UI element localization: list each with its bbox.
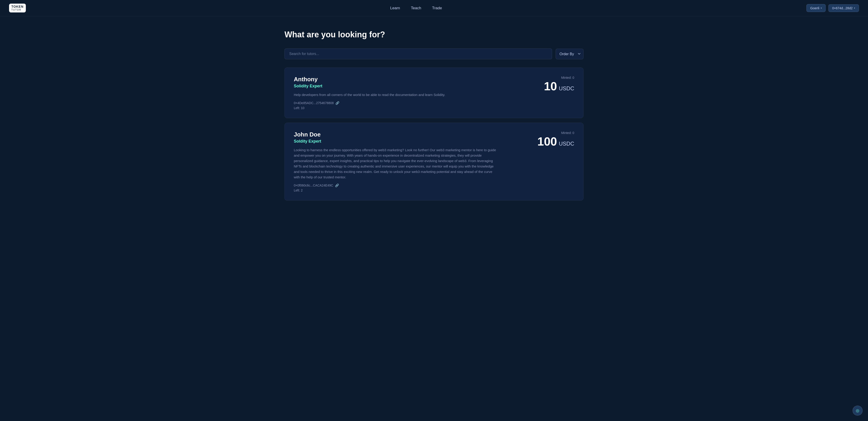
- price-container: 10 USDC: [538, 80, 574, 92]
- price-container: 100 USDC: [537, 136, 574, 148]
- nav-link-learn[interactable]: Learn: [390, 6, 400, 10]
- tutor-card: John Doe Soldity Expert Looking to harne…: [284, 123, 584, 200]
- card-right: Minted: 0 100 USDC: [528, 131, 574, 148]
- card-left: Anthony Solidity Expert Help developers …: [294, 76, 529, 110]
- circle-btn-icon: ◎: [856, 408, 859, 413]
- link-icon[interactable]: 🔗: [336, 101, 339, 105]
- wallet-chevron-icon: ▾: [854, 7, 855, 9]
- tutor-description: Help developers from all corners of the …: [294, 92, 498, 98]
- minted-label: Minted: 0: [538, 76, 574, 79]
- card-left: John Doe Soldity Expert Looking to harne…: [294, 131, 528, 192]
- tutor-slots: Left: 2: [294, 189, 528, 192]
- logo-bottom: TUTOR: [11, 9, 24, 11]
- logo[interactable]: TOKEN TUTOR: [9, 4, 26, 12]
- navbar: TOKEN TUTOR Learn Teach Trade Goerli ▾ 0…: [0, 0, 868, 16]
- wallet-button[interactable]: 0×674d...28d2 ▾: [828, 4, 859, 12]
- nav-link-trade[interactable]: Trade: [432, 6, 442, 10]
- tutor-name: John Doe: [294, 131, 528, 138]
- tutor-slots: Left: 10: [294, 106, 529, 110]
- network-label: Goerli: [810, 6, 819, 10]
- tutor-address: 0×0f060c6c...CACA24E49C: [294, 184, 333, 187]
- logo-box: TOKEN TUTOR: [9, 4, 26, 12]
- price-currency: USDC: [559, 85, 574, 92]
- page-title: What are you looking for?: [284, 30, 584, 39]
- tutor-meta: 0×4De85ADC...2754678808 🔗: [294, 101, 529, 105]
- logo-top: TOKEN: [11, 5, 24, 8]
- link-icon[interactable]: 🔗: [335, 184, 339, 187]
- network-button[interactable]: Goerli ▾: [806, 4, 826, 12]
- nav-links: Learn Teach Trade: [390, 6, 442, 10]
- price-value: 100: [537, 136, 557, 148]
- search-row: Order By: [284, 48, 584, 59]
- tutor-card: Anthony Solidity Expert Help developers …: [284, 67, 584, 118]
- network-chevron-icon: ▾: [821, 7, 822, 9]
- bottom-circle-button[interactable]: ◎: [852, 406, 863, 416]
- tutor-name: Anthony: [294, 76, 529, 83]
- price-value: 10: [544, 80, 557, 92]
- main-content: What are you looking for? Order By Antho…: [275, 16, 593, 219]
- minted-label: Minted: 0: [537, 131, 574, 135]
- price-currency: USDC: [559, 140, 574, 147]
- tutor-description: Looking to harness the endless opportuni…: [294, 148, 498, 180]
- card-right: Minted: 0 10 USDC: [529, 76, 574, 92]
- tutor-specialty: Soldity Expert: [294, 139, 528, 144]
- order-by-select[interactable]: Order By: [556, 48, 584, 59]
- nav-right: Goerli ▾ 0×674d...28d2 ▾: [806, 4, 859, 12]
- tutor-address: 0×4De85ADC...2754678808: [294, 101, 334, 105]
- tutor-meta: 0×0f060c6c...CACA24E49C 🔗: [294, 184, 528, 187]
- nav-link-teach[interactable]: Teach: [411, 6, 421, 10]
- search-input[interactable]: [284, 48, 552, 59]
- tutor-specialty: Solidity Expert: [294, 84, 529, 89]
- wallet-address: 0×674d...28d2: [832, 6, 852, 10]
